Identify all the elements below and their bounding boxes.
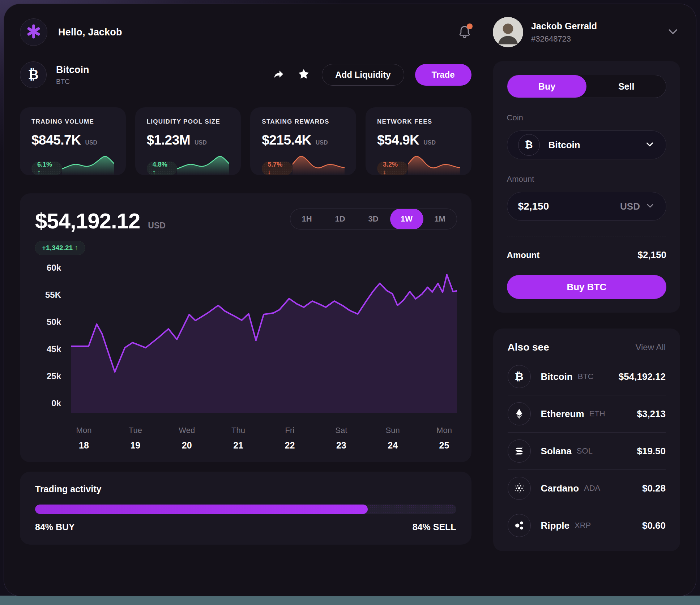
price-chart-card: $54,192.12 USD +1,342.21 ↑ 1H 1D 3D 1W 1… (20, 193, 471, 462)
notifications-button[interactable] (457, 24, 473, 40)
coin-name: Ethereum (541, 408, 584, 420)
amount-field-label: Amount (507, 175, 666, 184)
stat-title: STAKING REWARDS (262, 118, 345, 125)
x-date: 25 (432, 440, 457, 451)
stat-unit: USD (85, 140, 97, 146)
trade-panel: Buy Sell Coin ₿ Bitcoin Amount $2,150 (493, 61, 680, 313)
stat-value: $1.23M (147, 133, 190, 148)
coin-price: $0.60 (642, 520, 666, 531)
solana-icon (508, 439, 531, 463)
cardano-icon (508, 477, 531, 500)
x-day: Mon (71, 426, 97, 435)
stat-title: TRADING VOLUME (31, 118, 114, 125)
add-liquidity-button[interactable]: Add Liquidity (322, 64, 404, 86)
coin-row-cardano[interactable]: Cardano ADA $0.28 (508, 470, 666, 507)
coin-name: Cardano (541, 483, 579, 494)
change-badge: 4.8% ↑ (147, 162, 178, 175)
stat-card-network-fees: NETWORK FEES $54.9K USD 3.2% ↓ (366, 107, 471, 175)
range-tab-3d[interactable]: 3D (357, 209, 390, 229)
user-id: #32648723 (531, 34, 597, 44)
stat-title: NETWORK FEES (377, 118, 460, 125)
asset-ticker: BTC (56, 78, 89, 86)
stat-title: LIQUIDITY POOL SIZE (147, 118, 230, 125)
price-chart-plot (71, 265, 457, 416)
bell-icon (457, 35, 473, 41)
x-date: 18 (71, 440, 97, 451)
coin-ticker: ADA (584, 484, 600, 493)
coin-row-ethereum[interactable]: Ethereum ETH $3,213 (508, 395, 666, 432)
ethereum-icon (508, 402, 531, 425)
trade-button[interactable]: Trade (415, 64, 471, 86)
share-button[interactable] (271, 68, 286, 82)
stat-card-liquidity-pool: LIQUIDITY POOL SIZE $1.23M USD 4.8% ↑ (135, 107, 241, 175)
buy-percent-label: 84% BUY (35, 522, 75, 532)
range-tab-1m[interactable]: 1M (423, 209, 457, 229)
coin-row-ripple[interactable]: Ripple XRP $0.60 (508, 507, 666, 544)
x-day: Thu (226, 426, 251, 435)
range-tab-1d[interactable]: 1D (324, 209, 357, 229)
coin-name: Ripple (541, 520, 569, 531)
chevron-down-icon (645, 201, 655, 212)
coin-ticker: ETH (589, 409, 605, 419)
sparkline-chart (408, 152, 460, 175)
desktop-bottom-strip (0, 596, 700, 605)
coin-ticker: BTC (578, 372, 594, 381)
coin-name: Solana (541, 446, 572, 457)
account-menu-button[interactable] (666, 24, 680, 40)
coin-field-label: Coin (507, 113, 666, 123)
favorite-button[interactable] (296, 68, 311, 82)
sell-tab[interactable]: Sell (586, 75, 666, 98)
also-see-panel: Also see View All ₿ Bitcoin BTC $54,192.… (493, 329, 680, 551)
buy-sell-progress-fill (35, 505, 368, 514)
range-tab-1h[interactable]: 1H (290, 209, 324, 229)
user-name: Jackob Gerrald (531, 21, 597, 31)
change-badge: 5.7% ↓ (262, 162, 293, 175)
coin-row-bitcoin[interactable]: ₿ Bitcoin BTC $54,192.12 (508, 358, 666, 395)
avatar[interactable] (493, 17, 523, 47)
buy-tab[interactable]: Buy (507, 75, 587, 98)
also-see-title: Also see (508, 342, 549, 353)
app-logo (20, 18, 47, 46)
coin-row-solana[interactable]: Solana SOL $19.50 (508, 433, 666, 469)
coin-select[interactable]: ₿ Bitcoin (507, 130, 666, 159)
view-all-link[interactable]: View All (635, 342, 666, 352)
asset-name: Bitcoin (56, 64, 89, 76)
stat-value: $54.9K (377, 133, 419, 148)
asset-header: ₿ Bitcoin BTC Add (20, 61, 471, 89)
amount-input[interactable]: $2,150 USD (507, 192, 666, 221)
range-tab-1w[interactable]: 1W (390, 209, 423, 229)
bitcoin-icon: ₿ (20, 61, 47, 88)
stat-unit: USD (316, 140, 328, 146)
x-day: Tue (123, 426, 148, 435)
sparkline-chart (62, 152, 114, 175)
stat-card-staking-rewards: STAKING REWARDS $215.4K USD 5.7% ↓ (250, 107, 356, 175)
x-day: Sat (329, 426, 354, 435)
time-range-tabs: 1H 1D 3D 1W 1M (290, 209, 457, 229)
coin-name: Bitcoin (541, 371, 573, 382)
x-date: 24 (380, 440, 405, 451)
x-day: Wed (174, 426, 200, 435)
coin-price: $19.50 (637, 446, 666, 457)
x-date: 20 (174, 440, 200, 451)
price-unit: USD (148, 221, 166, 231)
app-window: Hello, Jackob Jackob Gerr (4, 4, 696, 596)
buy-btc-button[interactable]: Buy BTC (507, 275, 666, 299)
star-icon (297, 68, 310, 82)
top-bar: Hello, Jackob Jackob Gerr (20, 13, 680, 51)
coin-ticker: SOL (577, 446, 593, 456)
trading-activity-card: Trading activity 84% BUY 84% SELL (20, 472, 471, 545)
stat-unit: USD (195, 140, 207, 146)
y-tick: 25k (47, 371, 61, 381)
coin-select-value: Bitcoin (549, 140, 580, 151)
sell-percent-label: 84% SELL (413, 522, 456, 532)
y-tick: 45k (47, 344, 61, 354)
y-axis-labels: 60k55K50k45k25k0k (35, 265, 71, 416)
coin-ticker: XRP (575, 521, 591, 530)
stat-card-trading-volume: TRADING VOLUME $845.7K USD 6.1% ↑ (20, 107, 126, 175)
change-badge: 3.2% ↓ (377, 162, 408, 175)
stat-value: $215.4K (262, 133, 311, 148)
x-day: Mon (432, 426, 457, 435)
price-chart-svg (71, 265, 457, 416)
trading-activity-title: Trading activity (35, 484, 456, 494)
x-axis-labels: Mon18 Tue19 Wed20 Thu21 Fri22 Sat23 Sun2… (71, 426, 457, 451)
